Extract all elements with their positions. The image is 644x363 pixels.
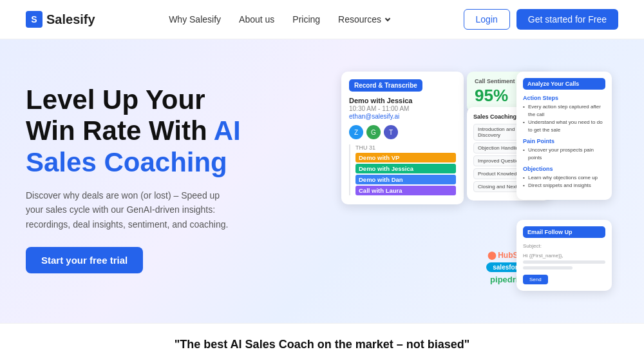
google-meet-icon: G [366, 125, 381, 139]
nav-actions: Login Get started for Free [464, 9, 618, 30]
logo[interactable]: S Salesify [26, 11, 95, 28]
teams-icon: T [384, 125, 398, 139]
objections-bullet-1: Direct snippets and insights [523, 182, 605, 190]
calendar-event-dan: Demo with Dan [355, 175, 456, 184]
start-trial-button[interactable]: Start your free trial [26, 247, 143, 273]
pain-points-bullet-0: Uncover your prospects pain points [523, 146, 605, 162]
analyze-action-steps: Action Steps Every action step captured … [523, 95, 605, 134]
meeting-icons: Z G T [349, 125, 456, 139]
sales-coaching-text: Sales Coaching [26, 147, 227, 177]
hero-title: Level Up Your Win Rate With AI Sales Coa… [26, 84, 241, 178]
record-card: Record & Transcribe Demo with Jessica 10… [341, 72, 464, 204]
email-body-line-1 [523, 260, 605, 264]
nav-about-us[interactable]: About us [239, 14, 274, 25]
hero-description: Discover why deals are won (or lost) – S… [26, 188, 232, 231]
calendar-event-vp: Demo with VP [355, 153, 456, 162]
objections-bullet-0: Learn why objections come up [523, 174, 605, 182]
testimonial-section: "The best AI Sales Coach on the market –… [0, 323, 644, 363]
nav-why-salesify[interactable]: Why Salesify [169, 14, 221, 25]
email-subject-label: Subject: [523, 243, 605, 249]
meeting-title: Demo with Jessica [349, 97, 456, 104]
action-steps-bullet-1: Understand what you need to do to get th… [523, 119, 605, 134]
chevron-down-icon [385, 16, 390, 21]
logo-text: Salesify [46, 12, 95, 27]
email-send-button[interactable]: Send [523, 275, 548, 284]
logo-icon: S [26, 11, 43, 28]
email-card: Email Follow Up Subject: Hi {{First_name… [516, 220, 612, 291]
analyze-pain-points: Pain Points Uncover your prospects pain … [523, 138, 605, 162]
hero-left: Level Up Your Win Rate With AI Sales Coa… [26, 72, 241, 273]
nav-links: Why Salesify About us Pricing Resources [169, 14, 390, 25]
calendar-date: THU 31 [355, 144, 456, 151]
record-card-header: Record & Transcribe [349, 79, 422, 92]
navbar: S Salesify Why Salesify About us Pricing… [0, 0, 644, 39]
nav-resources[interactable]: Resources [338, 14, 390, 25]
analyze-objections: Objections Learn why objections come up … [523, 166, 605, 190]
email-body-label: Hi {{First_name}}, [523, 253, 605, 259]
hero-mockup: Record & Transcribe Demo with Jessica 10… [341, 72, 612, 291]
objections-title: Objections [523, 166, 605, 172]
zoom-icon: Z [349, 125, 363, 139]
action-steps-bullet-0: Every action step captured after the cal… [523, 103, 605, 119]
analyze-header: Analyze Your Calls [523, 78, 605, 90]
testimonial-text: "The best AI Sales Coach on the market –… [26, 338, 618, 351]
calendar-event-jessica: Demo with Jessica [355, 164, 456, 173]
action-steps-title: Action Steps [523, 95, 605, 101]
analyze-card: Analyze Your Calls Action Steps Every ac… [516, 72, 612, 200]
meeting-email: ethan@salesify.ai [349, 113, 456, 120]
login-button[interactable]: Login [464, 9, 510, 30]
email-header: Email Follow Up [523, 226, 605, 238]
email-body-line-2 [523, 266, 573, 270]
nav-pricing[interactable]: Pricing [292, 14, 320, 25]
pain-points-title: Pain Points [523, 138, 605, 144]
calendar-event-laura: Call with Laura [355, 186, 456, 195]
hero-section: Level Up Your Win Rate With AI Sales Coa… [0, 39, 644, 323]
get-started-button[interactable]: Get started for Free [516, 9, 618, 30]
calendar-entries: THU 31 Demo with VP Demo with Jessica De… [349, 144, 456, 195]
ai-highlight: AI [214, 115, 241, 146]
meeting-time: 10:30 AM - 11:00 AM [349, 105, 456, 112]
